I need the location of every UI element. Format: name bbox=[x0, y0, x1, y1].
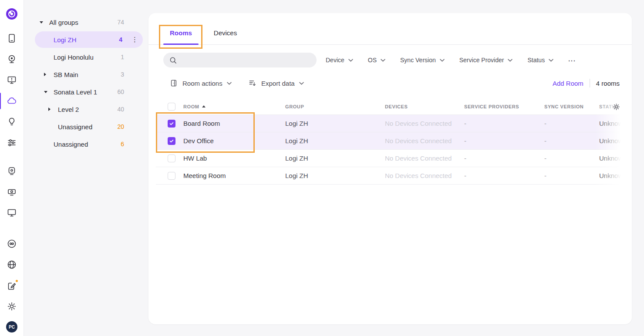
sidebar-group-item[interactable]: Level 2 40 bbox=[24, 101, 148, 118]
export-data-button[interactable]: Export data bbox=[248, 77, 304, 90]
more-filters-button[interactable]: ... bbox=[568, 56, 576, 63]
group-label: SB Main bbox=[54, 71, 78, 78]
cell-sync-version: - bbox=[544, 137, 599, 144]
display-alert-icon[interactable] bbox=[7, 75, 17, 85]
chevron-down-icon bbox=[227, 82, 232, 85]
group-count-badge: 20 bbox=[117, 123, 124, 130]
tab-rooms[interactable]: Rooms bbox=[159, 29, 203, 44]
sidebar-group-item[interactable]: Sonata Level 1 60 bbox=[24, 83, 148, 101]
filter-bar: Device OS Sync Version Service Provider … bbox=[326, 53, 576, 67]
group-label: All groups bbox=[49, 19, 78, 26]
sidebar-group-item[interactable]: Logi Honolulu 1 bbox=[24, 48, 148, 66]
cell-room-name: Dev Office bbox=[183, 137, 285, 144]
sync-logo bbox=[6, 8, 18, 20]
search-input[interactable] bbox=[180, 57, 317, 64]
chevron-down-icon bbox=[348, 59, 353, 62]
cell-service-providers: - bbox=[464, 120, 544, 127]
table-row[interactable]: Dev Office Logi ZH No Devices Connected … bbox=[156, 132, 632, 150]
rooms-table-body: Board Room Logi ZH No Devices Connected … bbox=[148, 115, 632, 185]
chevron-down-icon bbox=[549, 59, 553, 62]
sidebar-group-item[interactable]: Unassigned 20 bbox=[24, 118, 148, 135]
row-checkbox[interactable] bbox=[168, 120, 175, 128]
conference-camera-icon[interactable] bbox=[7, 54, 17, 64]
tree-caret-icon[interactable] bbox=[44, 73, 54, 76]
group-count-badge: 74 bbox=[117, 19, 124, 26]
sidebar-group-item[interactable]: SB Main 3 bbox=[24, 66, 148, 83]
toolbar-right: Add Room 4 rooms bbox=[553, 77, 620, 90]
cell-room-name: Board Room bbox=[183, 120, 285, 127]
setup-notes-icon[interactable] bbox=[7, 280, 17, 291]
sync-cloud-icon[interactable] bbox=[7, 96, 17, 106]
row-checkbox[interactable] bbox=[168, 137, 175, 145]
tree-caret-icon[interactable] bbox=[40, 21, 49, 24]
sync-loop-icon[interactable] bbox=[7, 239, 17, 249]
group-count-badge: 6 bbox=[121, 141, 124, 148]
webcam-icon[interactable] bbox=[7, 187, 17, 197]
select-all-checkbox[interactable] bbox=[168, 103, 175, 111]
cell-sync-version: - bbox=[544, 120, 599, 127]
add-room-button[interactable]: Add Room bbox=[553, 80, 583, 87]
display-icon[interactable] bbox=[7, 208, 17, 218]
group-count-badge: 4 bbox=[119, 36, 122, 43]
row-checkbox[interactable] bbox=[168, 172, 175, 180]
chevron-down-icon bbox=[508, 59, 513, 62]
column-settings-gear-icon[interactable] bbox=[612, 103, 620, 111]
group-label: Logi ZH bbox=[54, 36, 77, 44]
column-header-room[interactable]: ROOM bbox=[183, 104, 285, 109]
filter-label: OS bbox=[368, 57, 377, 64]
table-row[interactable]: Meeting Room Logi ZH No Devices Connecte… bbox=[156, 167, 632, 185]
room-actions-button[interactable]: Room actions bbox=[169, 77, 232, 90]
cell-sync-version: - bbox=[544, 155, 599, 162]
row-checkbox[interactable] bbox=[168, 155, 175, 162]
sliders-icon[interactable] bbox=[7, 138, 17, 148]
cell-room-name: Meeting Room bbox=[183, 172, 285, 179]
tree-caret-icon[interactable] bbox=[44, 91, 54, 93]
group-label: Unassigned bbox=[54, 141, 88, 148]
insights-bulb-icon[interactable] bbox=[7, 117, 17, 127]
notification-dot bbox=[15, 279, 19, 283]
tablet-device-icon[interactable] bbox=[7, 33, 17, 44]
group-label: Logi Honolulu bbox=[54, 54, 94, 61]
settings-gear-icon[interactable] bbox=[7, 301, 17, 312]
filter-dropdown[interactable]: Status bbox=[527, 57, 553, 64]
table-row[interactable]: HW Lab Logi ZH No Devices Connected - - … bbox=[156, 150, 632, 167]
cell-group: Logi ZH bbox=[285, 137, 385, 144]
user-avatar[interactable]: PC bbox=[6, 321, 17, 333]
filter-dropdown[interactable]: Sync Version bbox=[400, 57, 445, 64]
speakerphone-icon[interactable] bbox=[7, 166, 17, 176]
sidebar-group-item[interactable]: All groups 74 bbox=[24, 13, 148, 31]
group-label: Unassigned bbox=[58, 123, 92, 131]
tab-devices[interactable]: Devices bbox=[203, 29, 248, 44]
group-kebab-menu-icon[interactable]: ⋮ bbox=[131, 36, 138, 44]
tree-caret-icon[interactable] bbox=[48, 108, 58, 111]
cell-group: Logi ZH bbox=[285, 120, 385, 127]
column-header-devices: DEVICES bbox=[385, 104, 464, 109]
column-header-service-providers: SERVICE PROVIDERS bbox=[464, 104, 544, 109]
cell-group: Logi ZH bbox=[285, 172, 385, 179]
tab-bar: Rooms Devices bbox=[148, 13, 632, 45]
filter-dropdown[interactable]: OS bbox=[368, 57, 385, 64]
groups-sidebar: All groups 74 Logi ZH 4 ⋮ Logi Honolulu … bbox=[24, 0, 148, 336]
room-actions-label: Room actions bbox=[182, 80, 223, 87]
filter-label: Status bbox=[527, 57, 545, 64]
sidebar-group-item[interactable]: Unassigned 6 bbox=[24, 135, 148, 153]
web-globe-icon[interactable] bbox=[7, 259, 17, 270]
app-rail: PC bbox=[0, 0, 24, 336]
cell-status: Unknown bbox=[599, 120, 632, 127]
cell-status: Unknown bbox=[599, 155, 632, 162]
cell-devices: No Devices Connected bbox=[385, 172, 464, 179]
chevron-down-icon bbox=[381, 59, 385, 62]
cell-group: Logi ZH bbox=[285, 155, 385, 162]
table-row[interactable]: Board Room Logi ZH No Devices Connected … bbox=[156, 115, 632, 132]
rooms-count-label: 4 rooms bbox=[596, 80, 620, 87]
group-label: Level 2 bbox=[58, 106, 79, 113]
search-bar[interactable] bbox=[163, 53, 317, 67]
group-count-badge: 40 bbox=[117, 106, 124, 113]
filter-dropdown[interactable]: Service Provider bbox=[459, 57, 513, 64]
column-header-group: GROUP bbox=[285, 104, 385, 109]
sidebar-group-item[interactable]: Logi ZH 4 ⋮ bbox=[24, 31, 148, 48]
group-tree: All groups 74 Logi ZH 4 ⋮ Logi Honolulu … bbox=[24, 13, 148, 153]
filter-dropdown[interactable]: Device bbox=[326, 57, 353, 64]
cell-service-providers: - bbox=[464, 172, 544, 179]
chevron-down-icon bbox=[299, 82, 304, 85]
